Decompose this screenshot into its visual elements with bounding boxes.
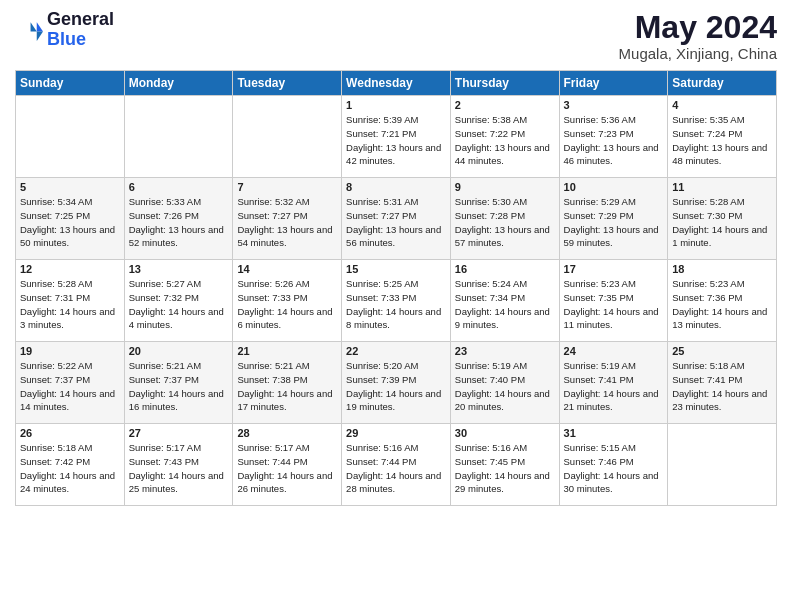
calendar-cell [124, 96, 233, 178]
daylight-text: Daylight: 14 hours and 24 minutes. [20, 470, 115, 495]
sunset-text: Sunset: 7:23 PM [564, 128, 634, 139]
cell-content: Sunrise: 5:15 AMSunset: 7:46 PMDaylight:… [564, 441, 664, 496]
sunrise-text: Sunrise: 5:33 AM [129, 196, 201, 207]
daylight-text: Daylight: 14 hours and 8 minutes. [346, 306, 441, 331]
sunrise-text: Sunrise: 5:24 AM [455, 278, 527, 289]
sunset-text: Sunset: 7:27 PM [346, 210, 416, 221]
weekday-header: Thursday [450, 71, 559, 96]
sunrise-text: Sunrise: 5:19 AM [455, 360, 527, 371]
calendar-cell [668, 424, 777, 506]
sunrise-text: Sunrise: 5:36 AM [564, 114, 636, 125]
logo-icon [15, 16, 43, 44]
daylight-text: Daylight: 14 hours and 13 minutes. [672, 306, 767, 331]
cell-content: Sunrise: 5:20 AMSunset: 7:39 PMDaylight:… [346, 359, 446, 414]
calendar-cell: 2Sunrise: 5:38 AMSunset: 7:22 PMDaylight… [450, 96, 559, 178]
calendar-cell [233, 96, 342, 178]
daylight-text: Daylight: 13 hours and 50 minutes. [20, 224, 115, 249]
sunset-text: Sunset: 7:34 PM [455, 292, 525, 303]
day-number: 25 [672, 345, 772, 357]
month-title: May 2024 [619, 10, 777, 45]
day-number: 5 [20, 181, 120, 193]
sunrise-text: Sunrise: 5:18 AM [20, 442, 92, 453]
calendar-cell: 12Sunrise: 5:28 AMSunset: 7:31 PMDayligh… [16, 260, 125, 342]
sunrise-text: Sunrise: 5:29 AM [564, 196, 636, 207]
sunrise-text: Sunrise: 5:23 AM [672, 278, 744, 289]
calendar-cell: 8Sunrise: 5:31 AMSunset: 7:27 PMDaylight… [342, 178, 451, 260]
day-number: 10 [564, 181, 664, 193]
sunset-text: Sunset: 7:36 PM [672, 292, 742, 303]
daylight-text: Daylight: 14 hours and 25 minutes. [129, 470, 224, 495]
sunset-text: Sunset: 7:35 PM [564, 292, 634, 303]
calendar-cell: 23Sunrise: 5:19 AMSunset: 7:40 PMDayligh… [450, 342, 559, 424]
calendar-cell: 26Sunrise: 5:18 AMSunset: 7:42 PMDayligh… [16, 424, 125, 506]
daylight-text: Daylight: 14 hours and 11 minutes. [564, 306, 659, 331]
calendar-cell: 5Sunrise: 5:34 AMSunset: 7:25 PMDaylight… [16, 178, 125, 260]
calendar-cell: 1Sunrise: 5:39 AMSunset: 7:21 PMDaylight… [342, 96, 451, 178]
daylight-text: Daylight: 14 hours and 6 minutes. [237, 306, 332, 331]
location: Mugala, Xinjiang, China [619, 45, 777, 62]
day-number: 18 [672, 263, 772, 275]
sunrise-text: Sunrise: 5:34 AM [20, 196, 92, 207]
sunset-text: Sunset: 7:22 PM [455, 128, 525, 139]
day-number: 27 [129, 427, 229, 439]
day-number: 9 [455, 181, 555, 193]
calendar-cell: 11Sunrise: 5:28 AMSunset: 7:30 PMDayligh… [668, 178, 777, 260]
sunrise-text: Sunrise: 5:28 AM [20, 278, 92, 289]
daylight-text: Daylight: 14 hours and 26 minutes. [237, 470, 332, 495]
sunset-text: Sunset: 7:27 PM [237, 210, 307, 221]
weekday-header: Wednesday [342, 71, 451, 96]
weekday-header-row: SundayMondayTuesdayWednesdayThursdayFrid… [16, 71, 777, 96]
calendar-table: SundayMondayTuesdayWednesdayThursdayFrid… [15, 70, 777, 506]
daylight-text: Daylight: 13 hours and 48 minutes. [672, 142, 767, 167]
day-number: 1 [346, 99, 446, 111]
sunset-text: Sunset: 7:42 PM [20, 456, 90, 467]
daylight-text: Daylight: 14 hours and 14 minutes. [20, 388, 115, 413]
sunset-text: Sunset: 7:25 PM [20, 210, 90, 221]
day-number: 3 [564, 99, 664, 111]
day-number: 23 [455, 345, 555, 357]
sunset-text: Sunset: 7:31 PM [20, 292, 90, 303]
sunset-text: Sunset: 7:44 PM [237, 456, 307, 467]
cell-content: Sunrise: 5:21 AMSunset: 7:37 PMDaylight:… [129, 359, 229, 414]
calendar-cell: 24Sunrise: 5:19 AMSunset: 7:41 PMDayligh… [559, 342, 668, 424]
daylight-text: Daylight: 14 hours and 30 minutes. [564, 470, 659, 495]
cell-content: Sunrise: 5:16 AMSunset: 7:45 PMDaylight:… [455, 441, 555, 496]
calendar-cell: 31Sunrise: 5:15 AMSunset: 7:46 PMDayligh… [559, 424, 668, 506]
day-number: 29 [346, 427, 446, 439]
cell-content: Sunrise: 5:29 AMSunset: 7:29 PMDaylight:… [564, 195, 664, 250]
sunrise-text: Sunrise: 5:15 AM [564, 442, 636, 453]
calendar-cell: 29Sunrise: 5:16 AMSunset: 7:44 PMDayligh… [342, 424, 451, 506]
day-number: 2 [455, 99, 555, 111]
cell-content: Sunrise: 5:35 AMSunset: 7:24 PMDaylight:… [672, 113, 772, 168]
daylight-text: Daylight: 14 hours and 28 minutes. [346, 470, 441, 495]
sunrise-text: Sunrise: 5:17 AM [129, 442, 201, 453]
cell-content: Sunrise: 5:39 AMSunset: 7:21 PMDaylight:… [346, 113, 446, 168]
weekday-header: Sunday [16, 71, 125, 96]
weekday-header: Tuesday [233, 71, 342, 96]
calendar-cell: 20Sunrise: 5:21 AMSunset: 7:37 PMDayligh… [124, 342, 233, 424]
calendar-week-row: 5Sunrise: 5:34 AMSunset: 7:25 PMDaylight… [16, 178, 777, 260]
day-number: 13 [129, 263, 229, 275]
cell-content: Sunrise: 5:21 AMSunset: 7:38 PMDaylight:… [237, 359, 337, 414]
daylight-text: Daylight: 13 hours and 59 minutes. [564, 224, 659, 249]
day-number: 12 [20, 263, 120, 275]
sunrise-text: Sunrise: 5:22 AM [20, 360, 92, 371]
sunrise-text: Sunrise: 5:23 AM [564, 278, 636, 289]
daylight-text: Daylight: 14 hours and 29 minutes. [455, 470, 550, 495]
daylight-text: Daylight: 13 hours and 54 minutes. [237, 224, 332, 249]
calendar-week-row: 26Sunrise: 5:18 AMSunset: 7:42 PMDayligh… [16, 424, 777, 506]
sunset-text: Sunset: 7:43 PM [129, 456, 199, 467]
svg-marker-1 [31, 22, 37, 31]
day-number: 17 [564, 263, 664, 275]
calendar-cell: 14Sunrise: 5:26 AMSunset: 7:33 PMDayligh… [233, 260, 342, 342]
calendar-cell: 10Sunrise: 5:29 AMSunset: 7:29 PMDayligh… [559, 178, 668, 260]
weekday-header: Friday [559, 71, 668, 96]
calendar-cell: 21Sunrise: 5:21 AMSunset: 7:38 PMDayligh… [233, 342, 342, 424]
sunset-text: Sunset: 7:33 PM [346, 292, 416, 303]
calendar-cell [16, 96, 125, 178]
sunset-text: Sunset: 7:37 PM [129, 374, 199, 385]
sunset-text: Sunset: 7:33 PM [237, 292, 307, 303]
sunrise-text: Sunrise: 5:39 AM [346, 114, 418, 125]
cell-content: Sunrise: 5:18 AMSunset: 7:42 PMDaylight:… [20, 441, 120, 496]
day-number: 8 [346, 181, 446, 193]
